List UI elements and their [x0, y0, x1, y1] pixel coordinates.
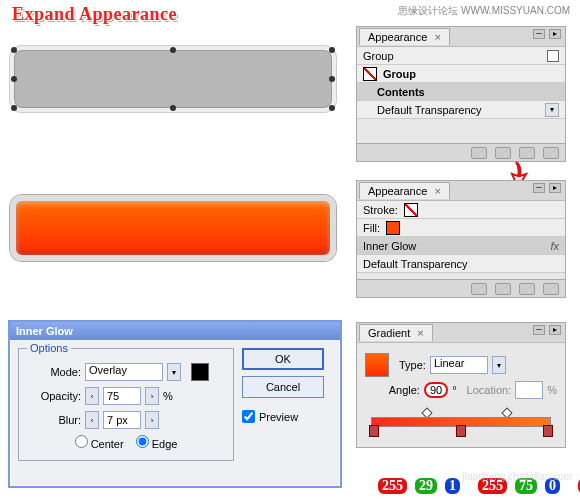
blur-label: Blur: — [29, 414, 81, 426]
selection-handle[interactable] — [11, 47, 17, 53]
appearance-row[interactable]: Group — [357, 47, 565, 65]
tab-appearance[interactable]: Appearance × — [359, 182, 450, 199]
panel-menu-icon[interactable]: ▸ — [549, 325, 561, 335]
tab-appearance[interactable]: Appearance × — [359, 28, 450, 45]
close-icon[interactable]: × — [434, 31, 440, 43]
tab-label: Gradient — [368, 327, 410, 339]
gradient-stop[interactable] — [543, 425, 553, 437]
tab-label: Appearance — [368, 31, 427, 43]
panel-menu-icon[interactable]: ▸ — [549, 183, 561, 193]
dialog-title: Inner Glow — [10, 322, 340, 340]
appearance-row[interactable]: Group — [357, 65, 565, 83]
opacity-suffix: % — [163, 390, 173, 402]
chevron-right-icon[interactable]: › — [145, 411, 159, 429]
appearance-row-label: Group — [383, 68, 416, 80]
chevron-down-icon[interactable]: ▾ — [492, 356, 506, 374]
options-group: Options Mode: Overlay ▾ Opacity: ‹ › % B… — [18, 348, 234, 461]
preview-checkbox[interactable]: Preview — [242, 410, 324, 423]
panel-footer — [357, 143, 565, 161]
duplicate-icon[interactable] — [519, 147, 535, 159]
chevron-down-icon[interactable]: ▾ — [167, 363, 181, 381]
panel-menu-icon[interactable]: ▸ — [549, 29, 561, 39]
angle-suffix: ° — [452, 384, 456, 396]
center-radio[interactable]: Center — [75, 435, 124, 450]
gradient-stop[interactable] — [369, 425, 379, 437]
appearance-panel-1: ─ ▸ Appearance × Group Group Contents De… — [356, 26, 566, 162]
trash-icon[interactable] — [543, 147, 559, 159]
inner-glow-row[interactable]: Inner Glow fx — [357, 237, 565, 255]
rgb-b: 1 — [443, 476, 462, 496]
rgb-r: 255 — [576, 476, 580, 496]
fill-label: Fill: — [363, 222, 380, 234]
row-toggle-icon[interactable] — [547, 50, 559, 62]
page-title-badge: Expand Appearance — [12, 4, 177, 25]
type-label: Type: — [399, 359, 426, 371]
close-icon[interactable]: × — [417, 327, 423, 339]
type-select[interactable]: Linear — [430, 356, 488, 374]
chevron-right-icon[interactable]: › — [145, 387, 159, 405]
watermark-top: 思缘设计论坛 WWW.MISSYUAN.COM — [398, 4, 570, 18]
location-suffix: % — [547, 384, 557, 396]
opacity-input[interactable] — [103, 387, 141, 405]
glow-color-chip[interactable] — [191, 363, 209, 381]
appearance-row-label: Contents — [377, 86, 425, 98]
inner-glow-dialog: Inner Glow Options Mode: Overlay ▾ Opaci… — [8, 320, 342, 488]
appearance-panel-2: ─ ▸ Appearance × Stroke: Fill: Inner Glo… — [356, 180, 566, 298]
appearance-row-selected[interactable]: Contents — [357, 83, 565, 101]
inner-glow-label: Inner Glow — [363, 240, 416, 252]
no-fill-icon — [363, 67, 377, 81]
edge-label: Edge — [152, 438, 178, 450]
duplicate-icon[interactable] — [519, 283, 535, 295]
panel-minimize-icon[interactable]: ─ — [533, 183, 545, 193]
selection-handle[interactable] — [170, 105, 176, 111]
preview-label: Preview — [259, 411, 298, 423]
ok-button[interactable]: OK — [242, 348, 324, 370]
mode-select[interactable]: Overlay — [85, 363, 163, 381]
location-label: Location: — [467, 384, 512, 396]
watermark-bottom: jiaocheng.chazidian.com — [462, 471, 572, 482]
options-legend: Options — [27, 342, 71, 354]
selection-handle[interactable] — [329, 47, 335, 53]
appearance-row[interactable]: Default Transparency ▾ — [357, 101, 565, 119]
close-icon[interactable]: × — [434, 185, 440, 197]
trash-icon[interactable] — [543, 283, 559, 295]
gradient-panel: ─ ▸ Gradient × Type: Linear ▾ Angle: 90 … — [356, 322, 566, 448]
fill-swatch-icon[interactable] — [386, 221, 400, 235]
cancel-button[interactable]: Cancel — [242, 376, 324, 398]
new-stroke-icon[interactable] — [495, 147, 511, 159]
stroke-label: Stroke: — [363, 204, 398, 216]
appearance-row-label: Default Transparency — [377, 104, 482, 116]
fx-icon: fx — [550, 240, 559, 252]
selection-handle[interactable] — [170, 47, 176, 53]
gradient-slider[interactable] — [365, 403, 557, 437]
no-stroke-icon[interactable] — [404, 203, 418, 217]
blur-input[interactable] — [103, 411, 141, 429]
angle-input[interactable]: 90 — [424, 382, 448, 398]
selection-handle[interactable] — [11, 105, 17, 111]
new-stroke-icon[interactable] — [495, 283, 511, 295]
edge-radio[interactable]: Edge — [136, 435, 178, 450]
panel-minimize-icon[interactable]: ─ — [533, 325, 545, 335]
selection-handle[interactable] — [11, 76, 17, 82]
default-transparency-row[interactable]: Default Transparency — [357, 255, 565, 273]
preview-check-input[interactable] — [242, 410, 255, 423]
rgb-g: 29 — [413, 476, 439, 496]
stroke-row[interactable]: Stroke: — [357, 201, 565, 219]
center-label: Center — [91, 438, 124, 450]
tab-gradient[interactable]: Gradient × — [359, 324, 433, 341]
selection-handle[interactable] — [329, 105, 335, 111]
gradient-stop[interactable] — [456, 425, 466, 437]
panel-minimize-icon[interactable]: ─ — [533, 29, 545, 39]
chevron-down-icon[interactable]: ▾ — [545, 103, 559, 117]
opacity-label: Opacity: — [29, 390, 81, 402]
new-fill-icon[interactable] — [471, 283, 487, 295]
new-fill-icon[interactable] — [471, 147, 487, 159]
stepper-icon[interactable]: ‹ — [85, 387, 99, 405]
fill-row[interactable]: Fill: — [357, 219, 565, 237]
gradient-preview-swatch[interactable] — [365, 353, 389, 377]
tab-label: Appearance — [368, 185, 427, 197]
selection-handle[interactable] — [329, 76, 335, 82]
sample-button-gray — [10, 46, 336, 112]
stepper-icon[interactable]: ‹ — [85, 411, 99, 429]
sample-button-orange — [10, 195, 336, 261]
